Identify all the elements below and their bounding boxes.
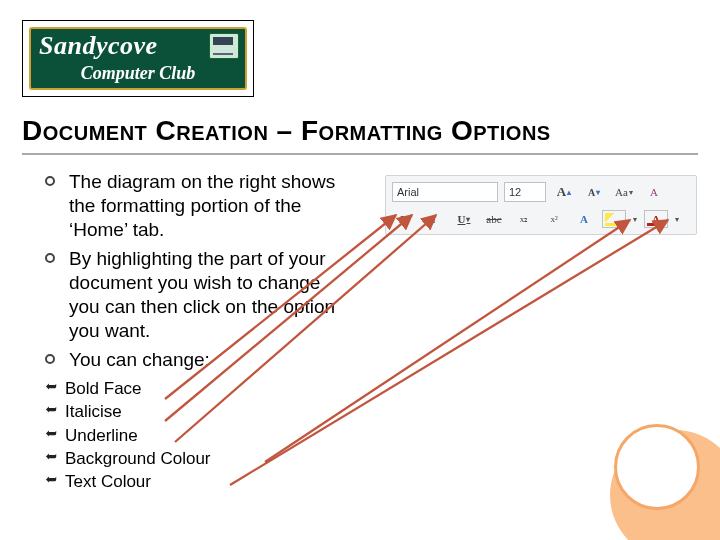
shrink-font-button[interactable]: A (582, 182, 606, 202)
sub-bullet-item: Background Colour (45, 448, 345, 469)
underline-button[interactable]: U (452, 209, 476, 229)
bullet-item: You can change: (45, 348, 345, 372)
club-logo-bottom-text: Computer Club (31, 63, 245, 84)
clear-formatting-button[interactable]: A (642, 182, 666, 202)
font-color-button[interactable]: A (644, 210, 668, 228)
font-size-dropdown[interactable]: 12 (504, 182, 546, 202)
computer-icon (209, 33, 239, 59)
deco-circle-outline (614, 424, 700, 510)
font-color-bar (647, 223, 659, 226)
toolbar-row-2: B I U abc x₂ x² A ▾ A ▾ (392, 206, 690, 232)
subscript-button[interactable]: x₂ (512, 209, 536, 229)
club-logo-top-text: Sandycove (39, 31, 158, 61)
body-text: The diagram on the right shows the forma… (45, 170, 345, 494)
sub-bullet-list: Bold Face Italicise Underline Background… (45, 378, 345, 492)
slide: Sandycove Computer Club Document Creatio… (0, 0, 720, 540)
club-logo: Sandycove Computer Club (22, 20, 254, 97)
bold-button[interactable]: B (392, 209, 416, 229)
strikethrough-button[interactable]: abc (482, 209, 506, 229)
grow-font-button[interactable]: A (552, 182, 576, 202)
font-name-dropdown[interactable]: Arial (392, 182, 498, 202)
toolbar-row-1: Arial 12 A A Aa A (392, 179, 690, 205)
highlight-color-button[interactable] (602, 210, 626, 228)
sub-bullet-item: Text Colour (45, 471, 345, 492)
italic-button[interactable]: I (422, 209, 446, 229)
page-title: Document Creation – Formatting Options (22, 115, 551, 147)
sub-bullet-item: Italicise (45, 401, 345, 422)
text-effects-button[interactable]: A (572, 209, 596, 229)
sub-bullet-item: Underline (45, 425, 345, 446)
club-logo-panel: Sandycove Computer Club (29, 27, 247, 90)
superscript-button[interactable]: x² (542, 209, 566, 229)
change-case-button[interactable]: Aa (612, 182, 636, 202)
font-color-dropdown-icon[interactable]: ▾ (674, 215, 680, 224)
corner-decoration (620, 440, 720, 540)
sub-bullet-item: Bold Face (45, 378, 345, 399)
bullet-item: The diagram on the right shows the forma… (45, 170, 345, 241)
title-rule (22, 153, 698, 155)
bullet-item: By highlighting the part of your documen… (45, 247, 345, 342)
highlight-color-dropdown-icon[interactable]: ▾ (632, 215, 638, 224)
formatting-toolbar: Arial 12 A A Aa A B I U abc x₂ x² A ▾ A … (385, 175, 697, 235)
font-name-value: Arial (397, 186, 419, 198)
font-size-value: 12 (509, 186, 521, 198)
